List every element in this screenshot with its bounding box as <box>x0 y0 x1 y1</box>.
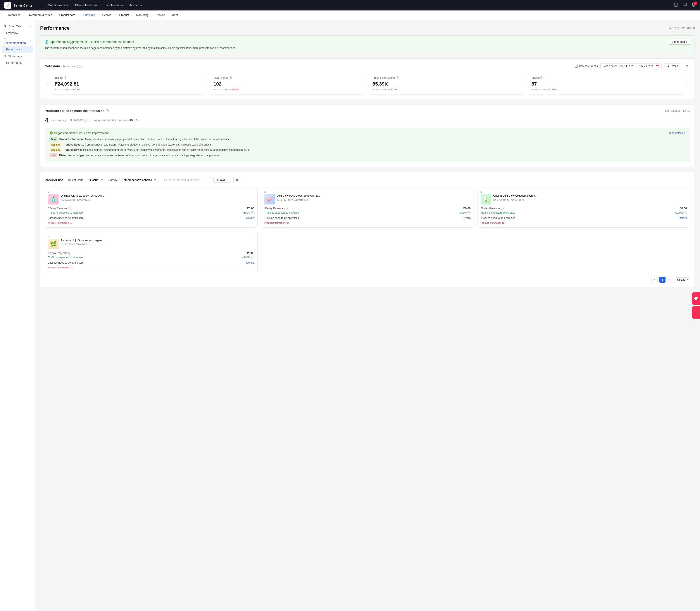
core-data-info-icon[interactable]: ? <box>79 65 82 68</box>
buyers-info-icon[interactable]: ? <box>540 76 543 79</box>
product-info-tag-3[interactable]: Product information (1) <box>481 221 687 224</box>
tab-search[interactable]: Search <box>99 11 115 20</box>
tab-service[interactable]: Service <box>152 11 168 20</box>
sort-by-dropdown[interactable]: Comprehensive conditic <box>119 177 158 183</box>
metrics-row: ‹ Income ? ₱24,092.81 vs last 7 days ↓ 4… <box>45 73 690 94</box>
tab-product[interactable]: Product <box>116 11 133 20</box>
shield-icon: 🛡 <box>3 38 6 41</box>
shop-icon: 🛍 <box>3 25 6 28</box>
tag-medium-1: Medium <box>49 143 61 147</box>
core-data-export-button[interactable]: ⬇ Export <box>664 63 681 69</box>
traffic-info-4[interactable]: ? <box>251 256 254 259</box>
pagination-prev-button[interactable]: ‹ <box>652 277 658 283</box>
traffic-change-4: +100% ? <box>242 256 254 259</box>
copy-icon-2[interactable]: ⧉ <box>306 198 308 201</box>
product-info-tag-4[interactable]: Product information (1) <box>48 266 254 269</box>
product-info-tag-1[interactable]: Product information (1) <box>48 221 254 224</box>
check-details-button[interactable]: Check details <box>669 39 690 45</box>
details-link-2[interactable]: Details <box>463 217 471 220</box>
product-info-tag-2[interactable]: Product information (1) <box>264 221 471 224</box>
hide-details-button[interactable]: Hide details ∧ <box>669 132 686 135</box>
pagination-page-1[interactable]: 1 <box>659 277 666 283</box>
product-revenue-1: ₱0.00 <box>247 207 254 210</box>
floating-btn-1[interactable]: 💬 <box>692 293 700 304</box>
issues-label-3: 1 issues need to be optimised <box>481 217 515 220</box>
metrics-next-button[interactable]: › <box>684 73 690 94</box>
mobile-icon-btn[interactable] <box>674 3 678 8</box>
product-cards-grid-bottom: 4 🌿 Authentic Juju Glow Korean Inspire..… <box>45 232 690 272</box>
main-content: Performance Time zone: GMT+07:00 🌐 Opera… <box>35 20 700 611</box>
per-page-select[interactable]: 6/Page <box>675 277 690 282</box>
metric-buyers-compare: vs last 7 days ↓ 37.86% <box>531 88 680 91</box>
sidebar-item-performance[interactable]: Performance <box>2 46 33 53</box>
details-link-3[interactable]: Details <box>679 217 687 220</box>
tab-livestream[interactable]: Livestream & Video <box>24 11 56 20</box>
pagination-next-button[interactable]: › <box>667 277 673 283</box>
product-traffic-row-3: Traffic is expected to increase +100% ? <box>481 211 687 214</box>
product-info-4: Authentic Juju Glow Korean Inspire... ID… <box>61 239 254 246</box>
metric-card-income: Income ? ₱24,092.81 vs last 7 days ↓ 46.… <box>51 73 207 94</box>
sidebar-section-store-page[interactable]: ⊞ Store page ∧ <box>0 53 35 60</box>
nav-live-manager[interactable]: Live Manager <box>105 3 123 7</box>
product-issues-row-3: 1 issues need to be optimised Details <box>481 217 687 220</box>
revenue-info-4[interactable]: ? <box>68 252 71 255</box>
product-list-grid-button[interactable]: ⊞ <box>233 177 240 183</box>
tab-product-card[interactable]: Product card <box>56 11 79 20</box>
last-updated-label: Last updated: Nov 13 <box>665 109 690 113</box>
chevron-up-icon: ∧ <box>29 25 31 28</box>
product-id-2: ID: 172938687712693852 ⧉ <box>277 198 471 201</box>
copy-icon-3[interactable]: ⧉ <box>522 198 524 201</box>
traffic-info-1[interactable]: ? <box>251 211 254 214</box>
notification-icon-btn[interactable]: 1 <box>691 3 696 8</box>
tag-hard: Hard <box>49 153 57 158</box>
tab-user[interactable]: User <box>169 11 181 20</box>
tab-overview[interactable]: Overview <box>4 11 23 20</box>
product-search-input[interactable] <box>162 177 210 183</box>
chat-icon-btn[interactable] <box>683 3 687 8</box>
product-list-export-button[interactable]: ⬇ Export <box>213 177 230 183</box>
tiktok-icon <box>4 2 11 9</box>
traffic-info-3[interactable]: ? <box>684 211 687 214</box>
nav-data-compass[interactable]: Data Compass <box>48 3 68 7</box>
sku-info-icon[interactable]: ? <box>229 76 232 79</box>
select-issue-dropdown[interactable]: All Issue <box>85 177 105 183</box>
date-range-picker[interactable]: Last 7 days: Nov 14, 2023 - Nov 20, 2023… <box>600 63 662 69</box>
metrics-prev-button[interactable]: ‹ <box>45 73 51 94</box>
traffic-change-3: +100% ? <box>675 211 687 214</box>
revenue-info-1[interactable]: ? <box>68 207 71 210</box>
products-failed-info-icon[interactable]: ? <box>106 109 109 113</box>
nav-affiliate-marketing[interactable]: Affiliate Marketing <box>74 3 99 7</box>
zero-products-info-icon[interactable]: ? <box>84 119 87 122</box>
details-link-4[interactable]: Details <box>246 261 254 264</box>
tab-marketing[interactable]: Marketing <box>133 11 152 20</box>
nav-academy[interactable]: Academy <box>129 3 142 7</box>
globe-icon: 🌐 <box>45 40 48 44</box>
sidebar-item-overview[interactable]: Overview <box>0 30 35 36</box>
brand-logo[interactable]: Seller Center <box>4 2 34 9</box>
sidebar-section-shop-tab[interactable]: 🛍 Shop Tab ∧ <box>0 23 35 30</box>
sidebar-item-store-performance[interactable]: Performance <box>0 60 35 66</box>
tab-shop-tab[interactable]: Shop Tab <box>80 11 99 20</box>
revenue-info-2[interactable]: ? <box>285 207 288 210</box>
traffic-info-2[interactable]: ? <box>467 211 470 214</box>
revenue-info-3[interactable]: ? <box>501 207 504 210</box>
income-info-icon[interactable]: ? <box>64 76 67 79</box>
compare-trends-checkbox[interactable]: Compare trends <box>575 64 598 68</box>
chevron-up-icon-4: ∧ <box>684 132 686 135</box>
product-name-2: Juju Glow Face Cloud Soap Ultimat... <box>277 194 471 198</box>
compare-checkbox-input[interactable] <box>575 65 578 68</box>
copy-icon-4[interactable]: ⧉ <box>89 243 91 246</box>
product-revenue-4: ₱0.00 <box>247 251 254 255</box>
traffic-label-2: Traffic is expected to increase <box>264 211 299 214</box>
copy-icon-1[interactable]: ⧉ <box>89 198 91 201</box>
traffic-label-3: Traffic is expected to increase <box>481 211 515 214</box>
floating-icon-2: ↑ <box>695 311 697 314</box>
product-issues-row-4: 1 issues need to be optimised Details <box>48 261 254 264</box>
details-link-1[interactable]: Details <box>246 217 254 220</box>
product-number-3: 3 <box>481 191 687 193</box>
core-data-grid-button[interactable]: ⊞ <box>684 63 690 69</box>
floating-btn-2[interactable]: ↑ <box>692 307 700 318</box>
sidebar-section-recommendation[interactable]: 🛡 Recommendation ∧ <box>0 36 35 46</box>
separator: | <box>89 119 90 122</box>
visitor-info-icon[interactable]: ? <box>396 76 399 79</box>
